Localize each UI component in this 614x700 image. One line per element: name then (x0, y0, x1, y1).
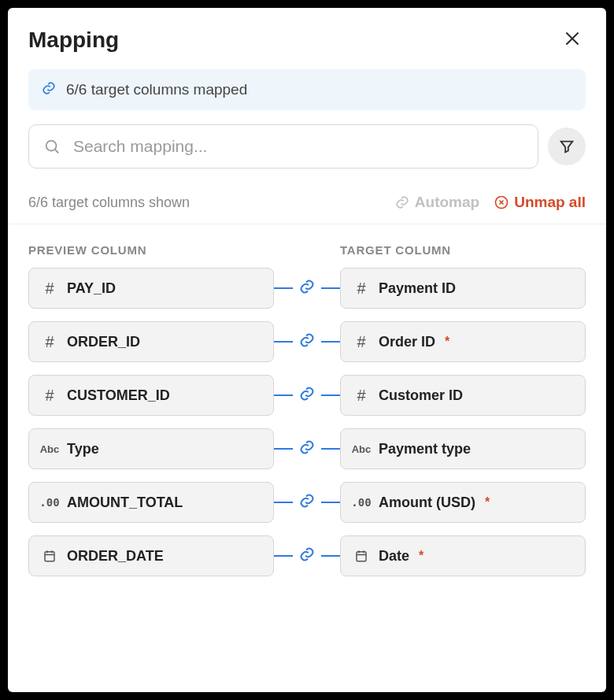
mapping-connector (274, 385, 340, 406)
number-type-icon: # (40, 334, 59, 350)
link-icon[interactable] (298, 546, 316, 566)
mapping-connector (274, 439, 340, 459)
mapping-status-banner: 6/6 target columns mapped (28, 69, 586, 110)
svg-point-0 (46, 141, 57, 151)
preview-column-chip[interactable]: Abc Type (28, 428, 274, 469)
target-column-chip[interactable]: # Customer ID (340, 375, 586, 416)
date-type-icon (352, 549, 371, 563)
preview-column-name: AMOUNT_TOTAL (67, 494, 183, 511)
target-column-name: Customer ID (379, 387, 463, 404)
target-column-name: Order ID (379, 334, 435, 350)
link-icon[interactable] (298, 439, 316, 459)
filter-icon (558, 138, 575, 155)
decimal-type-icon: .00 (352, 497, 371, 508)
search-row (28, 124, 586, 169)
search-input[interactable] (72, 136, 523, 157)
number-type-icon: # (352, 334, 371, 350)
search-icon (43, 138, 61, 155)
automap-button[interactable]: Automap (394, 194, 479, 211)
target-column-name: Date (379, 548, 409, 565)
target-column-chip[interactable]: Date * (340, 535, 586, 576)
close-icon (562, 28, 583, 49)
link-icon[interactable] (298, 278, 316, 298)
panel-title: Mapping (28, 28, 119, 53)
number-type-icon: # (40, 387, 59, 403)
mapping-connector (274, 331, 340, 352)
number-type-icon: # (40, 280, 59, 296)
target-column-name: Amount (USD) (379, 494, 475, 511)
required-indicator: * (419, 549, 424, 563)
automap-label: Automap (415, 194, 479, 211)
preview-column-header: PREVIEW COLUMN (28, 243, 274, 257)
target-column-name: Payment ID (379, 280, 456, 297)
mapping-connector (274, 278, 340, 298)
preview-column-chip[interactable]: ORDER_DATE (28, 535, 274, 576)
preview-column-name: PAY_ID (67, 280, 116, 297)
unmap-label: Unmap all (514, 194, 586, 211)
controls-row: 6/6 target columns shown Automap Unmap a… (8, 194, 606, 224)
circle-x-icon (494, 194, 509, 210)
columns-header: PREVIEW COLUMN TARGET COLUMN (28, 243, 586, 257)
preview-column-name: CUSTOMER_ID (67, 387, 170, 404)
text-type-icon: Abc (352, 444, 371, 454)
target-column-chip[interactable]: Abc Payment type (340, 428, 586, 469)
panel-header: Mapping (28, 25, 586, 55)
search-box[interactable] (28, 124, 538, 169)
target-column-chip[interactable]: # Payment ID (340, 268, 586, 309)
mapping-row: .00 AMOUNT_TOTAL .00 Amount (USD) * (28, 482, 586, 523)
mapping-row: # ORDER_ID # Order ID * (28, 321, 586, 362)
preview-column-chip[interactable]: .00 AMOUNT_TOTAL (28, 482, 274, 523)
controls-right: Automap Unmap all (394, 194, 586, 211)
required-indicator: * (445, 335, 449, 349)
preview-column-name: ORDER_ID (67, 334, 140, 350)
required-indicator: * (485, 495, 490, 509)
svg-rect-3 (357, 552, 366, 561)
shown-count: 6/6 target columns shown (28, 194, 190, 211)
decimal-type-icon: .00 (40, 497, 59, 508)
link-icon (394, 194, 410, 210)
filter-button[interactable] (548, 128, 586, 165)
link-icon (41, 80, 57, 99)
target-column-chip[interactable]: # Order ID * (340, 321, 586, 362)
number-type-icon: # (352, 280, 371, 296)
mapping-rows: # PAY_ID # Payment ID # ORDER_ID (28, 268, 586, 576)
number-type-icon: # (352, 387, 371, 403)
preview-column-name: Type (67, 441, 99, 457)
text-type-icon: Abc (40, 444, 59, 454)
link-icon[interactable] (298, 385, 316, 406)
preview-column-chip[interactable]: # ORDER_ID (28, 321, 274, 362)
banner-text: 6/6 target columns mapped (66, 81, 247, 98)
target-column-name: Payment type (379, 441, 471, 457)
target-column-chip[interactable]: .00 Amount (USD) * (340, 482, 586, 523)
mapping-panel: Mapping 6/6 target columns mapped 6/6 ta… (8, 8, 606, 692)
mapping-row: Abc Type Abc Payment type (28, 428, 586, 469)
mapping-connector (274, 492, 340, 513)
preview-column-chip[interactable]: # CUSTOMER_ID (28, 375, 274, 416)
unmap-all-button[interactable]: Unmap all (494, 194, 586, 211)
svg-rect-2 (45, 552, 54, 561)
mapping-row: # CUSTOMER_ID # Customer ID (28, 375, 586, 416)
link-icon[interactable] (298, 492, 316, 513)
mapping-connector (274, 546, 340, 566)
date-type-icon (40, 549, 59, 563)
link-icon[interactable] (298, 331, 316, 352)
close-button[interactable] (559, 25, 586, 55)
preview-column-name: ORDER_DATE (67, 548, 164, 565)
preview-column-chip[interactable]: # PAY_ID (28, 268, 274, 309)
target-column-header: TARGET COLUMN (340, 243, 586, 257)
mapping-row: # PAY_ID # Payment ID (28, 268, 586, 309)
mapping-row: ORDER_DATE Date * (28, 535, 586, 576)
